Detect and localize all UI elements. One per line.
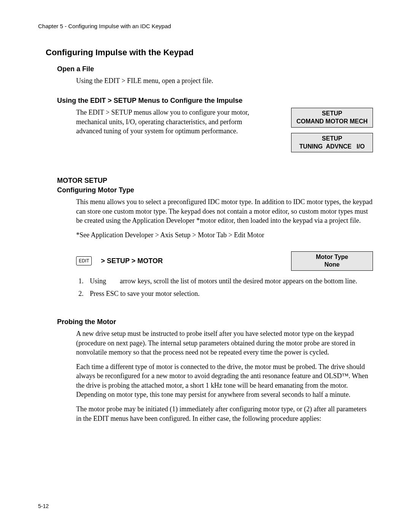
edit-key-icon: EDIT bbox=[76, 256, 92, 265]
list-item: Press ESC to save your motor selection. bbox=[85, 289, 373, 299]
page: Chapter 5 - Configuring Impulse with an … bbox=[0, 0, 411, 532]
motor-setup-para2: *See Application Developer > Axis Setup … bbox=[76, 230, 373, 240]
page-title: Configuring Impulse with the Keypad bbox=[46, 48, 373, 58]
open-file-body: Using the EDIT > FILE menu, open a proje… bbox=[76, 76, 373, 85]
lcd-line: None bbox=[294, 261, 370, 269]
lcd-setup-2: SETUP TUNING ADVNCE I/O bbox=[291, 133, 373, 153]
setup-menus-body: The EDIT > SETUP menus allow you to conf… bbox=[76, 108, 266, 136]
lcd-line: SETUP bbox=[294, 110, 370, 118]
lcd-line: SETUP bbox=[294, 135, 370, 143]
motor-setup-para1: This menu allows you to select a preconf… bbox=[76, 197, 373, 225]
lcd-line: Motor Type bbox=[294, 253, 370, 261]
open-file-heading: Open a File bbox=[57, 65, 373, 73]
page-number: 5-12 bbox=[38, 503, 49, 509]
probing-para1: A new drive setup must be instructed to … bbox=[76, 329, 373, 357]
probing-heading: Probing the Motor bbox=[57, 318, 373, 326]
setup-menus-row: The EDIT > SETUP menus allow you to conf… bbox=[76, 108, 373, 158]
probing-para3: The motor probe may be initiated (1) imm… bbox=[76, 404, 373, 423]
nav-row: EDIT > SETUP > MOTOR Motor Type None bbox=[76, 251, 373, 271]
motor-setup-heading: MOTOR SETUP bbox=[57, 177, 373, 185]
probing-para2: Each time a different type of motor is c… bbox=[76, 362, 373, 399]
nav-path: > SETUP > MOTOR bbox=[101, 257, 162, 265]
running-header: Chapter 5 - Configuring Impulse with an … bbox=[38, 23, 373, 29]
list-item: Using arrow keys, scroll the list of mot… bbox=[85, 276, 373, 286]
lcd-motor-type: Motor Type None bbox=[291, 251, 373, 271]
setup-menus-heading: Using the EDIT > SETUP Menus to Configur… bbox=[57, 97, 373, 105]
lcd-setup-1: SETUP COMAND MOTOR MECH bbox=[291, 108, 373, 128]
lcd-line: COMAND MOTOR MECH bbox=[294, 118, 370, 126]
config-motor-type-heading: Configuring Motor Type bbox=[57, 186, 373, 194]
lcd-line: TUNING ADVNCE I/O bbox=[294, 143, 370, 151]
motor-setup-steps: Using arrow keys, scroll the list of mot… bbox=[76, 276, 373, 299]
